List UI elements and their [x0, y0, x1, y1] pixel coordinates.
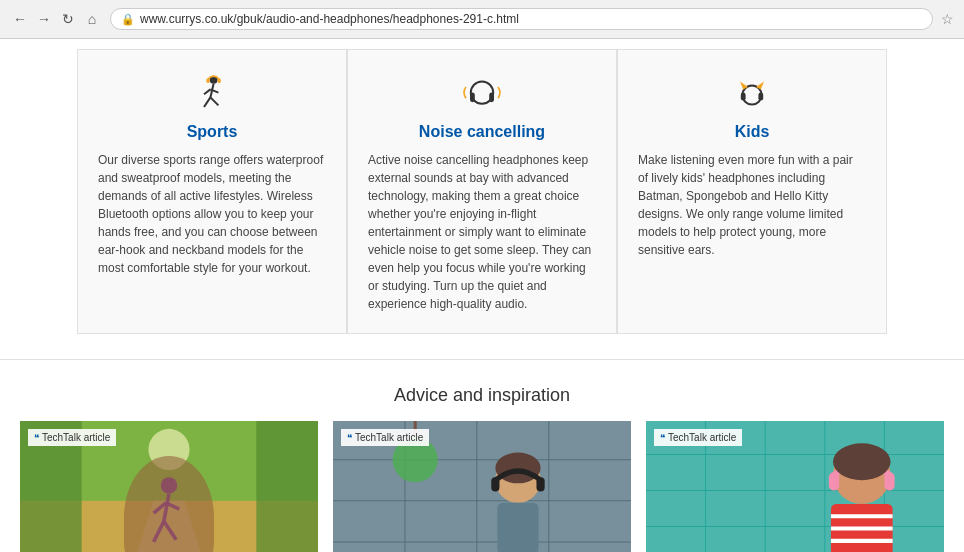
advice-image-sports: ❝ TechTalk article [20, 421, 318, 552]
main-content: Sports Our diverse sports range offers w… [0, 39, 964, 552]
svg-point-59 [833, 443, 891, 480]
advice-image-apps: ❝ TechTalk article [646, 421, 944, 552]
nav-buttons: ← → ↻ ⌂ [10, 9, 102, 29]
advice-tag-apps: ❝ TechTalk article [654, 429, 742, 446]
url-text: www.currys.co.uk/gbuk/audio-and-headphon… [140, 12, 922, 26]
svg-marker-12 [740, 81, 748, 89]
sports-icon [98, 65, 326, 115]
advice-tag-label-apps: TechTalk article [668, 432, 736, 443]
address-bar[interactable]: 🔒 www.currys.co.uk/gbuk/audio-and-headph… [110, 8, 933, 30]
browser-chrome: ← → ↻ ⌂ 🔒 www.currys.co.uk/gbuk/audio-an… [0, 0, 964, 39]
svg-rect-41 [536, 477, 544, 491]
category-section: Sports Our diverse sports range offers w… [0, 39, 964, 354]
advice-tag-label-headphones: TechTalk article [355, 432, 423, 443]
svg-rect-7 [218, 78, 221, 83]
kids-icon [638, 65, 866, 115]
lock-icon: 🔒 [121, 13, 135, 26]
sports-card-description: Our diverse sports range offers waterpro… [98, 151, 326, 277]
noise-cancelling-icon [368, 65, 596, 115]
svg-line-26 [154, 503, 166, 513]
svg-line-25 [164, 521, 176, 539]
svg-line-2 [204, 97, 210, 107]
forward-button[interactable]: → [34, 9, 54, 29]
section-divider [0, 359, 964, 360]
advice-card-sports: ❝ TechTalk article 5 sports headphones t… [20, 421, 318, 552]
advice-tag-label-sports: TechTalk article [42, 432, 110, 443]
advice-section-title: Advice and inspiration [20, 385, 944, 406]
advice-grid: ❝ TechTalk article 5 sports headphones t… [20, 421, 944, 552]
svg-rect-19 [256, 421, 318, 552]
noise-cancelling-card-title: Noise cancelling [368, 123, 596, 141]
svg-point-21 [148, 429, 189, 470]
svg-line-23 [164, 494, 169, 522]
svg-rect-10 [489, 93, 494, 103]
reload-button[interactable]: ↻ [58, 9, 78, 29]
svg-rect-57 [829, 472, 839, 490]
svg-marker-20 [123, 501, 215, 552]
quote-icon-apps: ❝ [660, 432, 665, 443]
svg-rect-14 [741, 93, 746, 101]
svg-marker-13 [756, 81, 764, 89]
advice-card-headphones: ❝ TechTalk article What headphones shoul… [333, 421, 631, 552]
noise-cancelling-card-description: Active noise cancelling headphones keep … [368, 151, 596, 313]
sports-card: Sports Our diverse sports range offers w… [77, 49, 347, 334]
advice-tag-sports: ❝ TechTalk article [28, 429, 116, 446]
kids-card-title: Kids [638, 123, 866, 141]
svg-line-4 [204, 89, 210, 94]
svg-rect-9 [470, 93, 475, 103]
back-button[interactable]: ← [10, 9, 30, 29]
svg-rect-15 [758, 93, 763, 101]
svg-point-22 [161, 477, 177, 493]
kids-card: Kids Make listening even more fun with a… [617, 49, 887, 334]
advice-tag-headphones: ❝ TechTalk article [341, 429, 429, 446]
svg-rect-58 [884, 472, 894, 490]
svg-rect-6 [206, 78, 209, 83]
svg-rect-42 [497, 503, 538, 552]
noise-cancelling-card: Noise cancelling Active noise cancelling… [347, 49, 617, 334]
svg-line-27 [166, 503, 179, 509]
quote-icon-headphones: ❝ [347, 432, 352, 443]
svg-point-39 [495, 452, 540, 483]
quote-icon-sports: ❝ [34, 432, 39, 443]
advice-image-headphones: ❝ TechTalk article [333, 421, 631, 552]
advice-section: Advice and inspiration [0, 375, 964, 552]
bookmark-icon[interactable]: ☆ [941, 11, 954, 27]
home-button[interactable]: ⌂ [82, 9, 102, 29]
svg-rect-40 [491, 477, 499, 491]
advice-card-apps: ❝ TechTalk article 5 apps to get the bes… [646, 421, 944, 552]
svg-line-24 [154, 521, 164, 542]
svg-line-3 [210, 97, 218, 105]
sports-card-title: Sports [98, 123, 326, 141]
kids-card-description: Make listening even more fun with a pair… [638, 151, 866, 259]
